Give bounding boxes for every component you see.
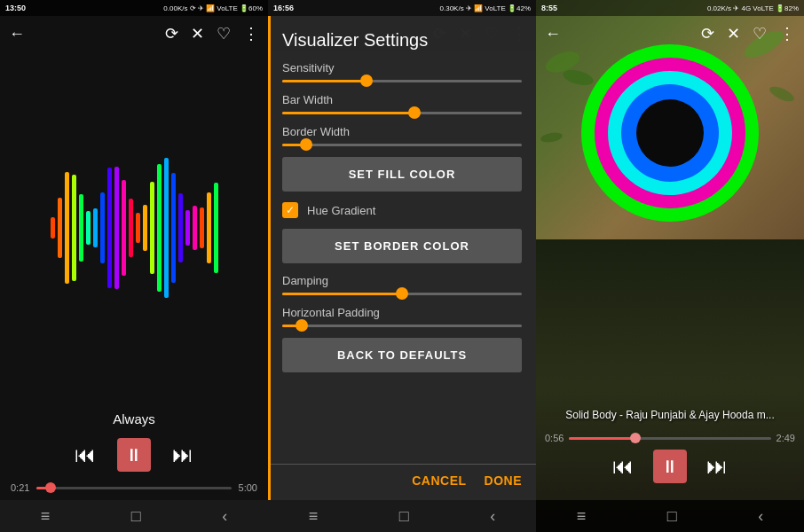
back-nav-icon-3[interactable]: ‹ <box>758 507 763 526</box>
visualizer-bar <box>114 167 119 289</box>
visualizer-bar <box>193 206 197 251</box>
visualizer-bar <box>157 164 162 292</box>
progress-area-3: 0:56 2:49 <box>536 433 804 443</box>
progress-area-1: 0:21 5:00 <box>0 479 268 500</box>
panel-music-player: 13:50 0.00K/s ⟳ ✈ 📶 VoLTE 🔋60% ← ⟳ ✕ ♡ ⋮… <box>0 0 268 532</box>
current-time-1: 0:21 <box>11 482 29 493</box>
bars-container <box>51 139 218 317</box>
damping-row: Damping <box>282 274 522 295</box>
back-nav-icon-1[interactable]: ‹ <box>222 507 227 526</box>
status-bar-1: 13:50 0.00K/s ⟳ ✈ 📶 VoLTE 🔋60% <box>0 0 268 16</box>
playback-controls-3: ⏮ ⏸ ⏭ <box>536 450 804 483</box>
visualizer-bar <box>171 173 176 282</box>
playback-controls-1: ⏮ ⏸ ⏭ <box>0 431 268 479</box>
visualizer-bar <box>214 183 218 273</box>
time-3: 8:55 <box>541 4 557 12</box>
visualizer-bar <box>178 193 183 262</box>
song-info-1: Always <box>0 404 268 431</box>
menu-icon-2[interactable]: ≡ <box>309 507 319 526</box>
visualizer-bar <box>93 208 98 247</box>
shuffle-icon-1[interactable]: ✕ <box>191 24 204 43</box>
back-nav-icon-2[interactable]: ‹ <box>490 507 495 526</box>
total-time-1: 5:00 <box>239 482 257 493</box>
hue-gradient-checkbox[interactable]: ✓ <box>282 202 298 218</box>
pause-btn-1[interactable]: ⏸ <box>117 438 151 472</box>
repeat-icon-3[interactable]: ⟳ <box>701 24 714 43</box>
home-icon-1[interactable]: □ <box>131 507 141 526</box>
more-icon-3[interactable]: ⋮ <box>779 24 795 43</box>
settings-section: Sensitivity Bar Width Border Width <box>268 61 536 464</box>
more-icon-1[interactable]: ⋮ <box>243 24 259 43</box>
heart-icon-1[interactable]: ♡ <box>217 24 231 43</box>
barwidth-track[interactable] <box>282 112 522 114</box>
damping-track[interactable] <box>282 293 522 295</box>
barwidth-label: Bar Width <box>282 93 522 106</box>
next-btn-1[interactable]: ⏭ <box>172 442 193 467</box>
done-btn[interactable]: DONE <box>485 473 522 488</box>
bottom-nav-3: ≡ □ ‹ <box>536 500 804 532</box>
visualizer-bar <box>51 217 55 239</box>
visualizer-bar <box>200 207 204 248</box>
sensitivity-track[interactable] <box>282 80 522 82</box>
back-icon-1[interactable]: ← <box>9 25 25 43</box>
visualizer-area <box>0 51 268 404</box>
menu-icon-3[interactable]: ≡ <box>577 507 587 526</box>
settings-title: Visualizer Settings <box>268 16 536 61</box>
visualizer-bar <box>58 198 62 259</box>
borderwidth-track[interactable] <box>282 144 522 146</box>
hue-gradient-row: ✓ Hue Gradient <box>282 202 522 218</box>
back-to-defaults-btn[interactable]: BACK TO DEFAULTS <box>282 338 522 372</box>
shuffle-icon-3[interactable]: ✕ <box>727 24 740 43</box>
dialog-bottom: CANCEL DONE <box>268 464 536 500</box>
cancel-btn[interactable]: CANCEL <box>412 473 466 488</box>
time-1: 13:50 <box>5 4 26 12</box>
progress-track-3[interactable] <box>569 437 770 440</box>
hpadding-row: Horizontal Padding <box>282 306 522 327</box>
menu-icon-1[interactable]: ≡ <box>41 507 51 526</box>
home-icon-3[interactable]: □ <box>667 507 677 526</box>
barwidth-row: Bar Width <box>282 93 522 114</box>
repeat-icon-1[interactable]: ⟳ <box>165 24 178 43</box>
pause-icon-1: ⏸ <box>125 445 143 466</box>
visualizer-bar <box>107 168 112 289</box>
current-time-3: 0:56 <box>545 433 564 443</box>
home-icon-2[interactable]: □ <box>399 507 409 526</box>
visualizer-bar <box>143 205 147 252</box>
pause-btn-3[interactable]: ⏸ <box>653 450 687 483</box>
set-border-color-btn[interactable]: SET BORDER COLOR <box>282 229 522 263</box>
back-icon-3[interactable]: ← <box>545 25 561 43</box>
status-icons-1: 0.00K/s ⟳ ✈ 📶 VoLTE 🔋60% <box>163 4 263 12</box>
progress-fill-3 <box>569 437 635 440</box>
sensitivity-row: Sensitivity <box>282 61 522 82</box>
song-title-1: Always <box>113 411 155 426</box>
top-bar-3: ← ⟳ ✕ ♡ ⋮ <box>536 16 804 51</box>
visualizer-bar <box>72 175 76 281</box>
circle-visualizer <box>581 44 759 222</box>
hpadding-track[interactable] <box>282 325 522 327</box>
prev-btn-3[interactable]: ⏮ <box>612 454 634 479</box>
progress-track-1[interactable] <box>36 487 231 489</box>
status-icons-2: 0.30K/s ✈ 📶 VoLTE 🔋42% <box>440 4 531 12</box>
visualizer-bar <box>100 192 105 262</box>
next-btn-3[interactable]: ⏭ <box>706 454 728 479</box>
visualizer-bar <box>164 158 169 299</box>
borderwidth-label: Border Width <box>282 125 522 138</box>
visualizer-bar <box>65 172 69 285</box>
visualizer-bar <box>122 180 126 275</box>
status-icons-3: 0.02K/s ✈ 4G VoLTE 🔋82% <box>707 4 799 12</box>
hue-gradient-label: Hue Gradient <box>307 204 375 217</box>
visualizer-bar <box>86 211 91 245</box>
sensitivity-label: Sensitivity <box>282 61 522 74</box>
top-icons-1: ⟳ ✕ ♡ ⋮ <box>165 24 259 43</box>
settings-overlay: Visualizer Settings Sensitivity Bar Widt… <box>268 16 536 500</box>
panel-settings: 16:56 0.30K/s ✈ 📶 VoLTE 🔋42% ← ⟳ ✕ ♡ ⋮ V… <box>268 0 536 532</box>
prev-btn-1[interactable]: ⏮ <box>75 442 96 467</box>
status-bar-2: 16:56 0.30K/s ✈ 📶 VoLTE 🔋42% <box>268 0 536 16</box>
bottom-nav-2: ≡ □ ‹ <box>268 500 536 532</box>
heart-icon-3[interactable]: ♡ <box>753 24 767 43</box>
song-title-3: Solid Body - Raju Punjabi & Ajay Hooda m… <box>536 409 804 421</box>
top-icons-3: ⟳ ✕ ♡ ⋮ <box>701 24 795 43</box>
visualizer-bar <box>185 210 190 246</box>
borderwidth-row: Border Width <box>282 125 522 146</box>
set-fill-color-btn[interactable]: SET FILL COLOR <box>282 157 522 192</box>
